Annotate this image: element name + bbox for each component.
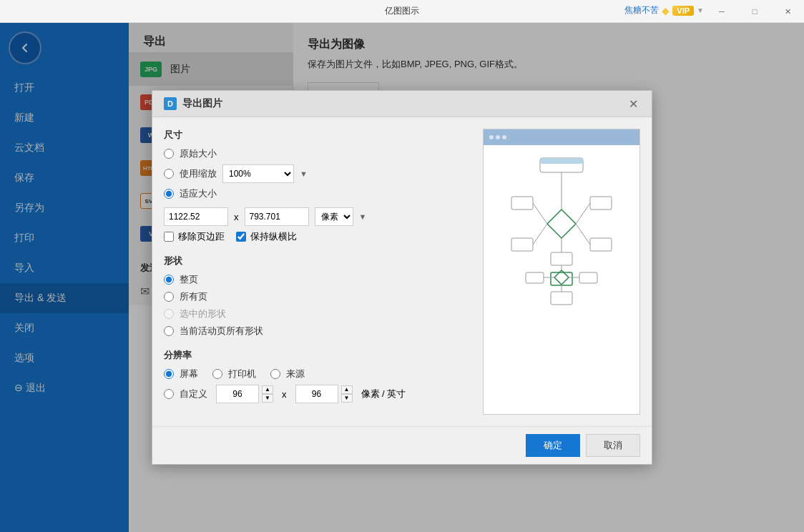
full-page-option[interactable]: 整页 <box>164 273 471 286</box>
size-input-row: x 像素 毫米 厘米 英寸 ▼ <box>164 207 471 226</box>
res-y-wrap: ▲ ▼ <box>295 385 353 403</box>
app-title: 亿图图示 <box>385 5 419 17</box>
size-section-title: 尺寸 <box>164 129 471 142</box>
res-x-separator: x <box>282 389 287 400</box>
source-radio[interactable] <box>270 369 280 379</box>
screen-radio[interactable] <box>164 369 174 379</box>
checkbox-row: 移除页边距 保持纵横比 <box>164 230 471 243</box>
shape-section: 形状 整页 所有页 选中的形状 <box>164 255 471 338</box>
printer-option[interactable]: 打印机 <box>212 368 256 380</box>
width-input[interactable] <box>164 207 228 226</box>
fit-size-label: 适应大小 <box>180 187 217 200</box>
keep-ratio-label: 保持纵横比 <box>250 230 297 243</box>
resolution-input-row: 自定义 ▲ ▼ x ▲ <box>164 385 471 403</box>
use-scale-option[interactable]: 使用缩放 100% ▼ <box>164 164 471 183</box>
source-label: 来源 <box>286 368 305 380</box>
preview-header <box>484 129 639 145</box>
res-y-down[interactable]: ▼ <box>341 394 353 403</box>
remove-margin-checkbox[interactable] <box>164 232 174 242</box>
active-option[interactable]: 当前活动页所有形状 <box>164 325 471 338</box>
all-pages-option[interactable]: 所有页 <box>164 290 471 303</box>
resolution-section: 分辨率 屏幕 打印机 来源 <box>164 349 471 403</box>
vip-username: 焦糖不苦 <box>624 4 659 16</box>
confirm-button[interactable]: 确定 <box>526 434 580 457</box>
res-x-wrap: ▲ ▼ <box>216 385 273 403</box>
scale-select[interactable]: 100% <box>222 164 294 183</box>
remove-margin-label: 移除页边距 <box>178 230 225 243</box>
fit-size-radio[interactable] <box>164 189 174 199</box>
selected-radio <box>164 309 174 319</box>
original-size-label: 原始大小 <box>180 147 217 160</box>
diagram-preview-svg <box>497 152 626 324</box>
res-x-spinner: ▲ ▼ <box>262 385 273 403</box>
resolution-section-title: 分辨率 <box>164 349 471 362</box>
dialog-footer: 确定 取消 <box>152 426 652 464</box>
preview-dot-3 <box>502 135 506 139</box>
svg-rect-2 <box>540 158 583 164</box>
custom-label: 自定义 <box>180 388 207 400</box>
export-image-dialog: D 导出图片 ✕ 尺寸 原始大小 <box>152 90 652 465</box>
dialog-header: D 导出图片 ✕ <box>152 91 652 117</box>
fit-size-option[interactable]: 适应大小 <box>164 187 471 200</box>
preview-dots <box>489 135 506 139</box>
res-y-up[interactable]: ▲ <box>341 385 353 394</box>
res-y-spinner: ▲ ▼ <box>341 385 353 403</box>
active-radio[interactable] <box>164 326 174 336</box>
full-page-radio[interactable] <box>164 275 174 285</box>
selected-option: 选中的形状 <box>164 307 471 320</box>
dialog-title: D 导出图片 <box>164 97 222 110</box>
original-size-option[interactable]: 原始大小 <box>164 147 471 160</box>
vip-diamond-icon: ◆ <box>662 5 670 16</box>
full-page-label: 整页 <box>180 273 198 286</box>
use-scale-radio[interactable] <box>164 169 174 179</box>
screen-option[interactable]: 屏幕 <box>164 368 198 380</box>
keep-ratio-checkbox[interactable] <box>236 232 246 242</box>
shape-section-title: 形状 <box>164 255 471 267</box>
preview-dot-1 <box>489 135 494 139</box>
dialog-body: 尺寸 原始大小 使用缩放 100% ▼ <box>152 117 652 426</box>
vip-badge: VIP <box>672 6 694 16</box>
vip-area: 焦糖不苦 ◆ VIP ▼ <box>624 4 704 16</box>
res-x-down[interactable]: ▼ <box>262 394 273 403</box>
maximize-button[interactable]: □ <box>738 0 771 23</box>
use-scale-label: 使用缩放 <box>180 167 217 180</box>
size-radio-group: 原始大小 使用缩放 100% ▼ 适应大小 <box>164 147 471 226</box>
window-controls: ─ □ ✕ <box>705 0 804 23</box>
close-button[interactable]: ✕ <box>771 0 804 23</box>
active-label: 当前活动页所有形状 <box>180 325 263 338</box>
modal-overlay: D 导出图片 ✕ 尺寸 原始大小 <box>0 23 804 532</box>
res-y-input[interactable] <box>295 385 338 403</box>
remove-margin-item[interactable]: 移除页边距 <box>164 230 225 243</box>
all-pages-radio[interactable] <box>164 292 174 302</box>
vip-chevron-icon[interactable]: ▼ <box>697 6 704 14</box>
height-input[interactable] <box>245 207 309 226</box>
size-x-separator: x <box>234 212 239 222</box>
dialog-left-panel: 尺寸 原始大小 使用缩放 100% ▼ <box>164 129 471 415</box>
res-unit-label: 像素 / 英寸 <box>361 388 406 400</box>
dialog-close-button[interactable]: ✕ <box>626 97 640 111</box>
preview-dot-2 <box>496 135 500 139</box>
selected-label: 选中的形状 <box>180 307 226 320</box>
res-x-input[interactable] <box>216 385 259 403</box>
cancel-button[interactable]: 取消 <box>586 434 640 457</box>
source-option[interactable]: 来源 <box>270 368 305 380</box>
printer-label: 打印机 <box>228 368 256 380</box>
resolution-radio-group: 屏幕 打印机 来源 <box>164 368 471 380</box>
screen-label: 屏幕 <box>180 368 198 380</box>
titlebar: 亿图图示 焦糖不苦 ◆ VIP ▼ ─ □ ✕ <box>0 0 804 23</box>
unit-chevron-icon: ▼ <box>359 212 367 221</box>
dialog-preview-panel <box>483 129 640 415</box>
res-x-up[interactable]: ▲ <box>262 385 273 394</box>
dialog-title-text: 导出图片 <box>182 97 222 110</box>
printer-radio[interactable] <box>212 369 222 379</box>
original-size-radio[interactable] <box>164 149 174 159</box>
custom-res-radio[interactable] <box>164 389 174 399</box>
shape-radio-group: 整页 所有页 选中的形状 当前活动页所有形状 <box>164 273 471 338</box>
unit-select[interactable]: 像素 毫米 厘米 英寸 <box>315 207 353 226</box>
minimize-button[interactable]: ─ <box>705 0 738 23</box>
dialog-title-icon: D <box>164 97 177 110</box>
size-section: 尺寸 原始大小 使用缩放 100% ▼ <box>164 129 471 243</box>
custom-res-option[interactable]: 自定义 <box>164 388 207 400</box>
preview-body <box>484 145 639 331</box>
keep-ratio-item[interactable]: 保持纵横比 <box>236 230 297 243</box>
